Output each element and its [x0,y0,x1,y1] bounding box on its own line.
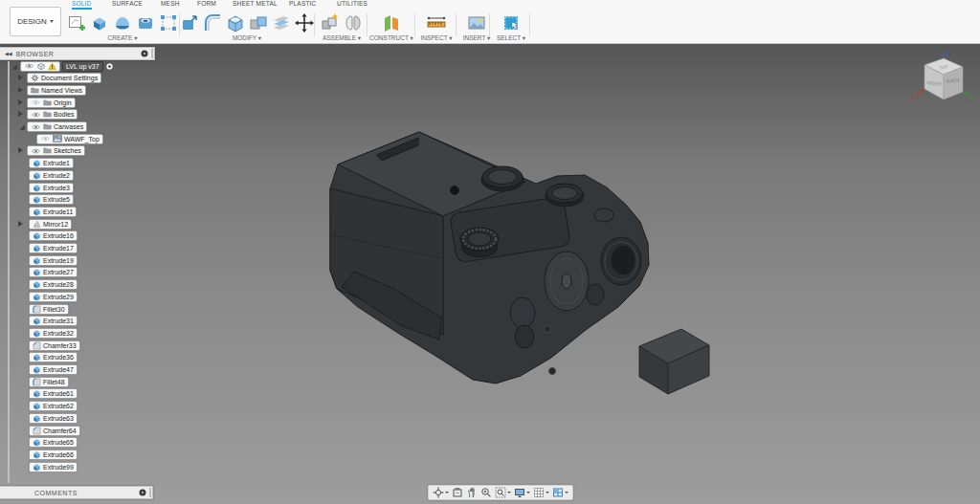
visibility-eye-off-icon[interactable] [40,135,51,142]
tree-row-wawf-top[interactable]: WAWF_Top [0,133,103,144]
expand-arrow-icon[interactable] [18,75,23,80]
orbit-button[interactable] [433,486,449,499]
extrude-icon [33,256,41,265]
display-settings-button[interactable] [514,486,530,499]
tree-row-extrude36[interactable]: Extrude36 [0,352,78,363]
tree-row-extrude5[interactable]: Extrude5 [0,194,74,206]
tree-row-named-views[interactable]: Named Views [0,84,86,96]
extrude-icon[interactable] [89,12,110,33]
tree-row-document-settings[interactable]: Document Settings [0,73,101,84]
tree-row-extrude11[interactable]: Extrude11 [0,206,77,217]
expand-arrow-icon[interactable] [18,111,23,117]
tree-row-extrude63[interactable]: Extrude63 [0,412,78,424]
tree-row-extrude65[interactable]: Extrude65 [0,437,78,449]
measure-icon[interactable] [426,12,447,33]
visibility-eye-off-icon[interactable] [31,99,41,106]
visibility-eye-icon[interactable] [31,111,41,119]
model-body[interactable] [330,132,649,383]
tree-row-origin[interactable]: Origin [0,97,76,108]
tree-row-extrude32[interactable]: Extrude32 [0,327,78,339]
look-at-button[interactable] [452,486,463,499]
hole-icon[interactable] [135,12,156,33]
tree-row-extrude1[interactable]: Extrude1 [0,158,74,169]
tab-solid[interactable]: SOLID [72,0,92,10]
tree-row-fillet48[interactable]: Fillet48 [0,376,69,387]
tree-row-extrude29[interactable]: Extrude29 [0,291,78,302]
visibility-eye-icon[interactable] [24,62,34,70]
look-at-icon [452,487,463,498]
expand-arrow-icon[interactable] [18,221,23,227]
offset-face-icon[interactable] [271,12,292,33]
combine-icon[interactable] [248,12,269,33]
revolve-icon[interactable] [112,12,133,33]
shell-icon[interactable] [225,12,246,33]
visibility-eye-icon[interactable] [31,147,41,155]
tree-row-canvases[interactable]: Canvases [0,121,87,133]
tree-row-chamfer33[interactable]: Chamfer33 [0,340,80,351]
collapse-arrow-icon[interactable] [11,63,18,71]
viewcube[interactable]: TOP RIGHT BACK Z X Y [907,50,976,115]
group-label-insert[interactable]: INSERT ▾ [458,34,495,42]
tree-row-extrude62[interactable]: Extrude62 [0,401,78,412]
tab-sheet-metal[interactable]: SHEET METAL [233,0,278,8]
group-label-construct[interactable]: CONSTRUCT ▾ [369,34,413,42]
tree-row-sketches[interactable]: Sketches [0,145,85,157]
tree-row-extrude99[interactable]: Extrude99 [0,461,78,472]
grid-button[interactable] [533,486,549,499]
tree-label: Canvases [54,123,83,130]
tree-row-chamfer64[interactable]: Chamfer64 [0,425,80,436]
expand-arrow-icon[interactable] [18,87,23,93]
tree-row-mirror12[interactable]: Mirror12 [0,218,72,230]
tab-plastic[interactable]: PLASTIC [289,0,317,8]
group-label-assemble[interactable]: ASSEMBLE ▾ [317,34,367,42]
pattern-icon[interactable] [158,12,179,33]
expand-arrow-icon[interactable] [18,99,23,105]
construction-plane-icon[interactable] [381,12,402,33]
orbit-icon [433,487,444,498]
tree-row-extrude17[interactable]: Extrude17 [0,243,78,254]
fillet-icon[interactable] [202,12,223,33]
move-icon[interactable] [294,12,315,33]
viewport-3d[interactable]: TOP RIGHT BACK Z X Y ◀◀ BROWSER LVL up v… [0,44,980,504]
tree-row-extrude28[interactable]: Extrude28 [0,279,78,291]
tab-surface[interactable]: SURFACE [112,0,143,8]
new-component-icon[interactable] [320,12,341,33]
tree-row-bodies[interactable]: Bodies [0,109,78,121]
zoom-button[interactable] [480,486,492,499]
joint-icon[interactable] [343,12,364,33]
press-pull-icon[interactable] [179,12,200,33]
select-icon[interactable] [501,12,522,33]
tree-row-extrude61[interactable]: Extrude61 [0,388,78,400]
activate-component-radio-icon[interactable] [105,62,114,71]
create-sketch-icon[interactable] [66,12,87,33]
tree-label: Origin [54,99,72,106]
tab-mesh[interactable]: MESH [161,0,180,8]
fit-button[interactable] [495,486,511,499]
group-label-inspect[interactable]: INSPECT ▾ [417,34,456,42]
tree-label: LVL up v37 [66,63,100,70]
tree-row-extrude31[interactable]: Extrude31 [0,316,78,327]
tree-row-extrude2[interactable]: Extrude2 [0,169,74,181]
collapse-arrow-icon[interactable] [18,123,26,131]
tree-row-extrude66[interactable]: Extrude66 [0,449,78,460]
pan-button[interactable] [466,486,478,499]
model-box-body[interactable] [639,329,709,394]
tree-row-fillet30[interactable]: Fillet30 [0,303,69,315]
tree-row-extrude19[interactable]: Extrude19 [0,254,78,266]
group-label-select[interactable]: SELECT ▾ [492,34,530,42]
group-label-modify[interactable]: MODIFY ▾ [182,34,312,42]
tree-row-lvl-up-v37[interactable]: LVL up v37 [0,60,114,72]
tab-utilities[interactable]: UTILITIES [337,0,368,8]
visibility-eye-icon[interactable] [31,123,41,131]
insert-image-icon[interactable] [466,12,487,33]
group-label-create[interactable]: CREATE ▾ [63,34,182,42]
selected-component-chip[interactable]: LVL up v37 [62,61,103,72]
expand-arrow-icon[interactable] [18,147,23,153]
tree-row-extrude27[interactable]: Extrude27 [0,267,78,278]
extrude-icon [33,463,41,471]
tree-row-extrude16[interactable]: Extrude16 [0,230,78,242]
tree-row-extrude3[interactable]: Extrude3 [0,182,74,193]
viewports-button[interactable] [552,486,568,499]
tab-form[interactable]: FORM [197,0,216,8]
tree-row-extrude47[interactable]: Extrude47 [0,364,78,376]
